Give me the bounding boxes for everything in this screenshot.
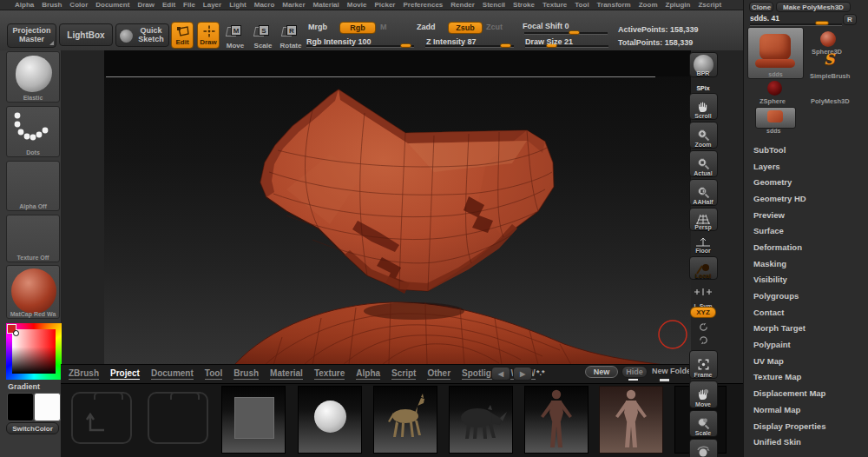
restore-config-button[interactable]: R — [843, 14, 857, 25]
filter-field[interactable]: *.* — [536, 368, 545, 377]
zadd-toggle[interactable]: Zadd — [417, 23, 436, 31]
tool-section-header[interactable]: Layers — [744, 158, 868, 175]
local-button[interactable]: Local — [687, 256, 720, 280]
color-picker[interactable] — [6, 323, 62, 380]
sculpt-model-rock[interactable] — [260, 89, 554, 294]
tray-tab[interactable]: Project — [110, 368, 140, 380]
tool-section-header[interactable]: Surface — [744, 222, 868, 239]
tool-section-header[interactable]: Polygroups — [744, 288, 868, 304]
focal-shift-slider[interactable] — [524, 32, 608, 35]
zsphere-tool-icon[interactable] — [767, 81, 782, 96]
aahalf-button[interactable]: AAHalf — [687, 179, 720, 206]
projection-master-button[interactable]: Projection Master — [7, 23, 56, 48]
project-thumb-rhino[interactable] — [449, 386, 513, 454]
folder-item[interactable] — [148, 392, 208, 444]
actual-button[interactable]: Actual — [687, 150, 720, 177]
polymesh3d-label[interactable]: PolyMesh3D — [811, 97, 850, 105]
viewport-canvas[interactable] — [104, 50, 691, 365]
current-stroke-button[interactable]: Dots — [6, 106, 60, 157]
project-thumb-figure-selected[interactable] — [599, 386, 663, 454]
xyz-button[interactable]: XYZ — [687, 307, 720, 318]
tray-tab[interactable]: Script — [391, 368, 416, 380]
project-thumb-blank[interactable] — [221, 386, 286, 454]
menu-item[interactable]: Light — [229, 1, 247, 9]
quick-sketch-button[interactable]: Quick Sketch — [115, 23, 169, 47]
zsub-toggle[interactable]: Zsub — [448, 22, 483, 34]
tool-section-header[interactable]: Texture Map — [744, 369, 868, 386]
z-intensity-knob[interactable] — [500, 43, 511, 48]
simplebrush-tool-icon[interactable]: S — [824, 50, 834, 68]
menu-item[interactable]: Color — [69, 1, 88, 9]
menu-item[interactable]: Texture — [542, 1, 567, 9]
menu-item[interactable]: File — [183, 1, 195, 9]
main-color-swatch[interactable] — [7, 393, 34, 421]
focal-shift-knob[interactable] — [569, 30, 580, 35]
clone-button[interactable]: Clone — [749, 2, 773, 12]
menu-item[interactable]: Movie — [347, 1, 367, 9]
zoom-button[interactable]: Zoom — [687, 122, 720, 149]
persp-button[interactable]: Persp — [687, 208, 720, 231]
hide-button[interactable]: Hide — [621, 366, 648, 378]
menu-item[interactable]: Transform — [597, 1, 631, 9]
sphere3d-tool-icon[interactable] — [820, 31, 836, 47]
tool-section-header[interactable]: Geometry HD — [744, 190, 868, 207]
color-picker-sv-square[interactable] — [12, 329, 56, 374]
zsphere-label[interactable]: ZSphere — [760, 97, 786, 105]
tray-tab[interactable]: Brush — [233, 368, 259, 380]
rgb-intensity-knob[interactable] — [400, 43, 411, 48]
subdivision-knob[interactable] — [815, 21, 829, 25]
folder-up-item[interactable] — [71, 392, 132, 444]
tool-section-header[interactable]: Contact — [744, 304, 868, 321]
bpr-button[interactable]: BPR — [687, 52, 720, 77]
tool-section-header[interactable]: Geometry — [744, 174, 868, 190]
tool-section-header[interactable]: Visibility — [744, 272, 868, 288]
tool-section-header[interactable]: Polypaint — [744, 336, 868, 353]
tray-tab[interactable]: Alpha — [356, 368, 380, 380]
move-3d-button[interactable]: Move — [687, 381, 720, 408]
menu-item[interactable]: Zplugin — [666, 1, 691, 9]
menu-item[interactable]: Stroke — [513, 1, 535, 9]
scale-button[interactable]: S Scale — [251, 25, 275, 48]
menu-item[interactable]: Zoom — [639, 1, 658, 9]
new-button[interactable]: New — [585, 366, 618, 378]
tool-section-header[interactable]: UV Map — [744, 353, 868, 369]
tool-section-header[interactable]: Display Properties — [744, 418, 868, 434]
menu-item[interactable]: Marker — [282, 1, 305, 9]
spin-x-button[interactable] — [687, 321, 720, 333]
tool-section-header[interactable]: Morph Target — [744, 321, 868, 337]
menu-item[interactable]: Draw — [137, 1, 155, 9]
tool-section-header[interactable]: Unified Skin — [744, 434, 868, 450]
switch-color-button[interactable]: SwitchColor — [6, 422, 59, 434]
current-material-button[interactable]: MatCap Red Wa — [6, 265, 60, 319]
menu-item[interactable]: Zscript — [698, 1, 721, 9]
recent-tool-label[interactable]: sdds — [766, 128, 780, 134]
menu-item[interactable]: Alpha — [15, 1, 34, 9]
tray-next-button[interactable]: ▶ — [513, 367, 532, 381]
simplebrush-label[interactable]: SimpleBrush — [810, 72, 850, 80]
scroll-button[interactable]: Scroll — [687, 93, 720, 120]
frame-button[interactable]: Frame — [687, 350, 720, 379]
project-thumb-horse[interactable] — [373, 386, 437, 454]
gradient-label[interactable]: Gradient — [8, 382, 40, 391]
floor-button[interactable]: Floor — [687, 233, 720, 254]
m-toggle[interactable]: M — [380, 23, 387, 31]
edit-button[interactable]: Edit — [171, 22, 194, 49]
zcut-toggle[interactable]: Zcut — [486, 23, 503, 31]
tool-section-header[interactable]: Masking — [744, 255, 868, 272]
project-thumb-figure[interactable] — [524, 386, 589, 454]
menu-item[interactable]: Tool — [575, 1, 589, 9]
tray-tab[interactable]: Texture — [314, 368, 345, 380]
current-alpha-button[interactable]: Alpha Off — [6, 161, 60, 211]
tool-section-header[interactable]: Normal Map — [744, 401, 868, 418]
tray-tab[interactable]: Material — [270, 368, 303, 380]
menu-item[interactable]: Document — [95, 1, 129, 9]
secondary-color-swatch[interactable] — [34, 393, 61, 421]
tray-tab[interactable]: Other — [427, 368, 450, 380]
menu-item[interactable]: Macro — [254, 1, 275, 9]
move-button[interactable]: M Move — [223, 25, 247, 48]
menu-item[interactable]: Render — [450, 1, 475, 9]
tray-tab[interactable]: Document — [151, 368, 194, 380]
make-polymesh3d-button[interactable]: Make PolyMesh3D — [776, 2, 851, 12]
scale-3d-button[interactable]: Scale — [687, 410, 720, 437]
tool-section-header[interactable]: Preview — [744, 207, 868, 223]
